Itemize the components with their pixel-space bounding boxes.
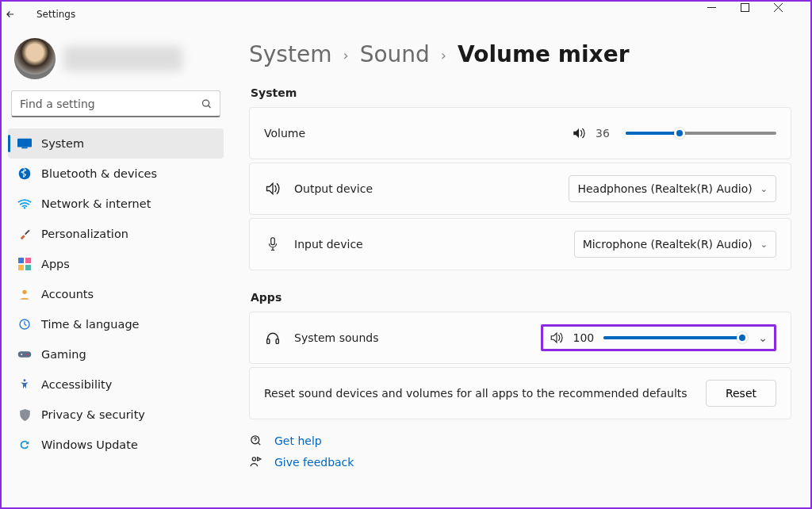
output-device-label: Output device — [294, 182, 373, 195]
accessibility-icon — [17, 377, 32, 392]
svg-rect-9 — [18, 265, 24, 270]
nav-time-language[interactable]: Time & language — [8, 309, 224, 339]
nav-network[interactable]: Network & internet — [8, 189, 224, 219]
clock-icon — [17, 317, 32, 331]
chevron-right-icon: › — [343, 47, 348, 63]
nav-label: Network & internet — [41, 197, 151, 210]
svg-point-16 — [24, 379, 26, 381]
crumb-volume-mixer: Volume mixer — [458, 41, 629, 67]
nav-label: Windows Update — [41, 438, 138, 451]
nav-apps[interactable]: Apps — [8, 249, 224, 279]
system-sounds-label: System sounds — [294, 331, 378, 344]
nav-personalization[interactable]: Personalization — [8, 219, 224, 249]
nav-accessibility[interactable]: Accessibility — [8, 369, 224, 400]
svg-point-15 — [27, 354, 29, 355]
output-device-row: Output device Headphones (Realtek(R) Aud… — [249, 163, 791, 215]
chevron-down-icon[interactable]: ⌄ — [758, 331, 768, 344]
section-label-system: System — [251, 86, 791, 99]
window-title: Settings — [36, 9, 75, 20]
headphones-icon — [264, 331, 282, 345]
give-feedback-link: Give feedback — [249, 455, 791, 469]
apps-icon — [17, 257, 32, 271]
chevron-right-icon: › — [441, 47, 446, 63]
nav-system[interactable]: System — [8, 128, 224, 159]
system-icon — [17, 136, 32, 151]
maximize-button[interactable] — [741, 3, 774, 25]
chevron-down-icon: ⌄ — [760, 239, 768, 250]
nav-label: Gaming — [41, 348, 86, 361]
speaker-icon — [264, 182, 282, 196]
svg-point-6 — [24, 207, 25, 209]
sidebar: System Bluetooth & devices Network & int… — [2, 27, 230, 507]
dropdown-value: Headphones (Realtek(R) Audio) — [577, 182, 752, 195]
give-feedback[interactable]: Give feedback — [274, 456, 354, 469]
input-device-row: Input device Microphone (Realtek(R) Audi… — [249, 218, 791, 270]
crumb-system[interactable]: System — [249, 41, 331, 67]
search — [11, 90, 220, 117]
reset-description: Reset sound devices and volumes for all … — [264, 387, 688, 400]
feedback-icon — [249, 455, 265, 469]
system-sounds-row: System sounds 100 ⌄ — [249, 312, 791, 364]
nav-label: Time & language — [41, 318, 140, 331]
svg-rect-10 — [25, 265, 31, 270]
brush-icon — [17, 227, 32, 241]
volume-value: 36 — [596, 127, 616, 140]
system-sounds-value: 100 — [573, 331, 595, 344]
nav-privacy[interactable]: Privacy & security — [8, 400, 224, 430]
nav-list: System Bluetooth & devices Network & int… — [8, 128, 224, 460]
output-device-dropdown[interactable]: Headphones (Realtek(R) Audio) ⌄ — [569, 175, 776, 202]
svg-rect-7 — [18, 258, 24, 263]
svg-point-14 — [21, 354, 22, 355]
get-help[interactable]: Get help — [274, 434, 322, 447]
reset-row: Reset sound devices and volumes for all … — [249, 367, 791, 419]
gamepad-icon — [17, 347, 32, 362]
nav-label: Accessibility — [41, 378, 112, 391]
volume-label: Volume — [264, 127, 305, 140]
nav-label: Bluetooth & devices — [41, 167, 157, 180]
reset-button[interactable]: Reset — [706, 380, 776, 407]
chevron-down-icon: ⌄ — [760, 184, 768, 194]
user-header[interactable] — [8, 33, 224, 90]
username-redacted — [63, 46, 182, 71]
svg-rect-3 — [17, 139, 32, 147]
titlebar: Settings — [2, 2, 810, 27]
wifi-icon — [17, 197, 32, 211]
main: System › Sound › Volume mixer System Vol… — [230, 27, 810, 507]
nav-gaming[interactable]: Gaming — [8, 339, 224, 369]
nav-label: Apps — [41, 258, 70, 270]
breadcrumb: System › Sound › Volume mixer — [249, 41, 791, 67]
svg-rect-13 — [18, 351, 32, 358]
speaker-icon — [550, 331, 564, 344]
svg-rect-0 — [707, 7, 716, 8]
volume-slider[interactable] — [626, 127, 776, 140]
volume-row: Volume 36 — [249, 107, 791, 159]
nav-label: System — [41, 137, 84, 150]
crumb-sound[interactable]: Sound — [360, 41, 430, 67]
section-label-apps: Apps — [251, 291, 791, 304]
close-button[interactable] — [774, 3, 807, 25]
input-device-label: Input device — [294, 238, 363, 251]
get-help-link: Get help — [249, 434, 791, 447]
help-icon — [249, 434, 265, 447]
bluetooth-icon — [17, 166, 32, 181]
minimize-button[interactable] — [707, 3, 741, 25]
svg-rect-8 — [25, 258, 31, 263]
nav-accounts[interactable]: Accounts — [8, 279, 224, 309]
input-device-dropdown[interactable]: Microphone (Realtek(R) Audio) ⌄ — [574, 231, 776, 258]
update-icon — [17, 438, 32, 452]
accounts-icon — [17, 287, 32, 301]
speaker-icon — [572, 127, 586, 140]
nav-label: Personalization — [41, 228, 128, 240]
svg-point-21 — [252, 457, 255, 461]
back-button[interactable] — [5, 9, 30, 20]
nav-label: Privacy & security — [41, 408, 145, 421]
nav-windows-update[interactable]: Windows Update — [8, 430, 224, 460]
system-sounds-slider[interactable] — [603, 331, 742, 344]
nav-bluetooth[interactable]: Bluetooth & devices — [8, 159, 224, 189]
search-input[interactable] — [11, 90, 220, 117]
svg-rect-19 — [276, 339, 278, 344]
svg-rect-18 — [267, 339, 270, 344]
nav-label: Accounts — [41, 288, 94, 300]
dropdown-value: Microphone (Realtek(R) Audio) — [583, 238, 753, 251]
avatar — [14, 38, 56, 79]
